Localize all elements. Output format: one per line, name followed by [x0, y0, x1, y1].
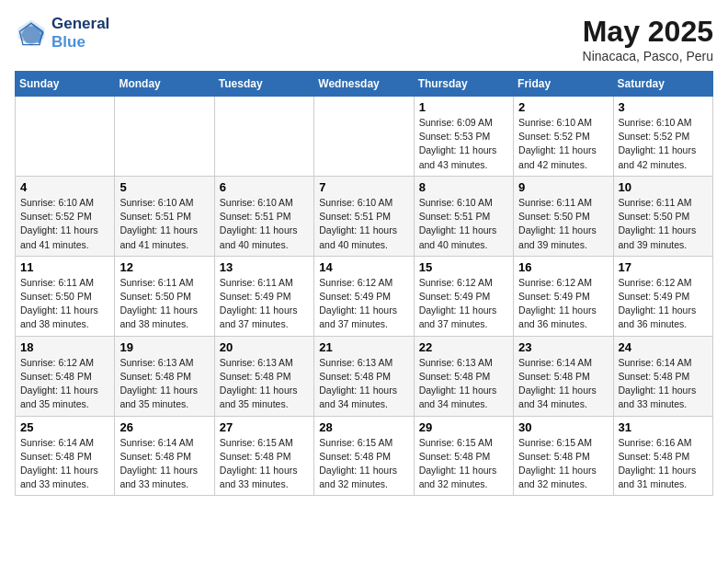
day-info: Sunrise: 6:11 AM Sunset: 5:50 PM Dayligh…	[619, 196, 708, 252]
day-number: 24	[619, 340, 708, 354]
title-area: May 2025 Ninacaca, Pasco, Peru	[583, 15, 713, 63]
day-header-thursday: Thursday	[414, 72, 513, 97]
day-info: Sunrise: 6:14 AM Sunset: 5:48 PM Dayligh…	[518, 356, 608, 412]
calendar-cell: 4Sunrise: 6:10 AM Sunset: 5:52 PM Daylig…	[16, 176, 115, 256]
calendar-cell: 13Sunrise: 6:11 AM Sunset: 5:49 PM Dayli…	[214, 256, 313, 336]
day-info: Sunrise: 6:13 AM Sunset: 5:48 PM Dayligh…	[119, 356, 209, 412]
calendar-cell: 5Sunrise: 6:10 AM Sunset: 5:51 PM Daylig…	[115, 176, 214, 256]
calendar-cell: 6Sunrise: 6:10 AM Sunset: 5:51 PM Daylig…	[214, 176, 313, 256]
day-number: 5	[119, 180, 209, 194]
calendar-cell: 25Sunrise: 6:14 AM Sunset: 5:48 PM Dayli…	[16, 416, 115, 496]
calendar-cell: 3Sunrise: 6:10 AM Sunset: 5:52 PM Daylig…	[613, 97, 712, 177]
calendar-week-row: 1Sunrise: 6:09 AM Sunset: 5:53 PM Daylig…	[16, 97, 713, 177]
page-title: May 2025	[583, 15, 713, 49]
day-info: Sunrise: 6:12 AM Sunset: 5:49 PM Dayligh…	[619, 276, 708, 332]
calendar-cell: 21Sunrise: 6:13 AM Sunset: 5:48 PM Dayli…	[314, 336, 414, 416]
day-number: 29	[419, 420, 508, 434]
day-number: 2	[518, 100, 608, 114]
day-number: 9	[518, 180, 608, 194]
day-number: 19	[119, 340, 209, 354]
calendar-cell: 16Sunrise: 6:12 AM Sunset: 5:49 PM Dayli…	[514, 256, 613, 336]
day-number: 1	[419, 100, 508, 114]
calendar-week-row: 11Sunrise: 6:11 AM Sunset: 5:50 PM Dayli…	[16, 256, 713, 336]
day-number: 27	[220, 420, 309, 434]
day-number: 31	[619, 420, 708, 434]
day-header-friday: Friday	[514, 72, 613, 97]
day-number: 11	[20, 260, 109, 274]
calendar-cell: 11Sunrise: 6:11 AM Sunset: 5:50 PM Dayli…	[16, 256, 115, 336]
day-number: 30	[518, 420, 608, 434]
day-info: Sunrise: 6:11 AM Sunset: 5:50 PM Dayligh…	[119, 276, 209, 332]
day-number: 17	[619, 260, 708, 274]
day-info: Sunrise: 6:12 AM Sunset: 5:49 PM Dayligh…	[419, 276, 508, 332]
calendar-cell: 8Sunrise: 6:10 AM Sunset: 5:51 PM Daylig…	[414, 176, 513, 256]
calendar-cell: 12Sunrise: 6:11 AM Sunset: 5:50 PM Dayli…	[115, 256, 214, 336]
day-number: 15	[419, 260, 508, 274]
calendar-cell: 17Sunrise: 6:12 AM Sunset: 5:49 PM Dayli…	[613, 256, 712, 336]
day-info: Sunrise: 6:11 AM Sunset: 5:49 PM Dayligh…	[220, 276, 309, 332]
day-info: Sunrise: 6:12 AM Sunset: 5:49 PM Dayligh…	[319, 276, 408, 332]
calendar-cell: 29Sunrise: 6:15 AM Sunset: 5:48 PM Dayli…	[414, 416, 513, 496]
day-info: Sunrise: 6:13 AM Sunset: 5:48 PM Dayligh…	[319, 356, 408, 412]
day-header-tuesday: Tuesday	[214, 72, 313, 97]
day-number: 6	[220, 180, 309, 194]
calendar-cell: 7Sunrise: 6:10 AM Sunset: 5:51 PM Daylig…	[314, 176, 414, 256]
calendar-cell: 19Sunrise: 6:13 AM Sunset: 5:48 PM Dayli…	[115, 336, 214, 416]
day-header-saturday: Saturday	[613, 72, 712, 97]
calendar-header-row: SundayMondayTuesdayWednesdayThursdayFrid…	[16, 72, 713, 97]
day-info: Sunrise: 6:13 AM Sunset: 5:48 PM Dayligh…	[220, 356, 309, 412]
calendar-cell	[115, 97, 214, 177]
day-info: Sunrise: 6:12 AM Sunset: 5:48 PM Dayligh…	[20, 356, 109, 412]
logo-text: General Blue	[51, 15, 109, 52]
day-number: 20	[220, 340, 309, 354]
calendar-cell: 22Sunrise: 6:13 AM Sunset: 5:48 PM Dayli…	[414, 336, 513, 416]
calendar-cell: 24Sunrise: 6:14 AM Sunset: 5:48 PM Dayli…	[613, 336, 712, 416]
calendar-cell: 1Sunrise: 6:09 AM Sunset: 5:53 PM Daylig…	[414, 97, 513, 177]
calendar-cell: 2Sunrise: 6:10 AM Sunset: 5:52 PM Daylig…	[514, 97, 613, 177]
page-subtitle: Ninacaca, Pasco, Peru	[583, 49, 713, 63]
day-number: 14	[319, 260, 408, 274]
day-number: 23	[518, 340, 608, 354]
calendar-cell	[214, 97, 313, 177]
day-number: 12	[119, 260, 209, 274]
calendar-cell: 28Sunrise: 6:15 AM Sunset: 5:48 PM Dayli…	[314, 416, 414, 496]
day-info: Sunrise: 6:14 AM Sunset: 5:48 PM Dayligh…	[619, 356, 708, 412]
day-number: 22	[419, 340, 508, 354]
day-info: Sunrise: 6:10 AM Sunset: 5:52 PM Dayligh…	[20, 196, 109, 252]
day-info: Sunrise: 6:10 AM Sunset: 5:52 PM Dayligh…	[518, 116, 608, 172]
calendar-cell: 26Sunrise: 6:14 AM Sunset: 5:48 PM Dayli…	[115, 416, 214, 496]
calendar-cell: 30Sunrise: 6:15 AM Sunset: 5:48 PM Dayli…	[514, 416, 613, 496]
day-number: 21	[319, 340, 408, 354]
day-info: Sunrise: 6:15 AM Sunset: 5:48 PM Dayligh…	[419, 436, 508, 492]
calendar-cell: 31Sunrise: 6:16 AM Sunset: 5:48 PM Dayli…	[613, 416, 712, 496]
day-info: Sunrise: 6:15 AM Sunset: 5:48 PM Dayligh…	[220, 436, 309, 492]
calendar-cell	[16, 97, 115, 177]
calendar-week-row: 4Sunrise: 6:10 AM Sunset: 5:52 PM Daylig…	[16, 176, 713, 256]
day-info: Sunrise: 6:14 AM Sunset: 5:48 PM Dayligh…	[20, 436, 109, 492]
day-number: 8	[419, 180, 508, 194]
day-info: Sunrise: 6:11 AM Sunset: 5:50 PM Dayligh…	[518, 196, 608, 252]
calendar-cell	[314, 97, 414, 177]
day-header-sunday: Sunday	[16, 72, 115, 97]
day-number: 7	[319, 180, 408, 194]
calendar-cell: 15Sunrise: 6:12 AM Sunset: 5:49 PM Dayli…	[414, 256, 513, 336]
calendar-table: SundayMondayTuesdayWednesdayThursdayFrid…	[15, 71, 713, 496]
day-info: Sunrise: 6:14 AM Sunset: 5:48 PM Dayligh…	[119, 436, 209, 492]
day-info: Sunrise: 6:12 AM Sunset: 5:49 PM Dayligh…	[518, 276, 608, 332]
day-number: 4	[20, 180, 109, 194]
logo: General Blue	[15, 15, 109, 52]
day-info: Sunrise: 6:10 AM Sunset: 5:51 PM Dayligh…	[319, 196, 408, 252]
day-number: 10	[619, 180, 708, 194]
day-number: 26	[119, 420, 209, 434]
day-info: Sunrise: 6:11 AM Sunset: 5:50 PM Dayligh…	[20, 276, 109, 332]
day-number: 25	[20, 420, 109, 434]
day-number: 18	[20, 340, 109, 354]
calendar-cell: 18Sunrise: 6:12 AM Sunset: 5:48 PM Dayli…	[16, 336, 115, 416]
day-info: Sunrise: 6:15 AM Sunset: 5:48 PM Dayligh…	[319, 436, 408, 492]
calendar-cell: 20Sunrise: 6:13 AM Sunset: 5:48 PM Dayli…	[214, 336, 313, 416]
day-info: Sunrise: 6:10 AM Sunset: 5:51 PM Dayligh…	[119, 196, 209, 252]
calendar-cell: 23Sunrise: 6:14 AM Sunset: 5:48 PM Dayli…	[514, 336, 613, 416]
day-info: Sunrise: 6:10 AM Sunset: 5:51 PM Dayligh…	[419, 196, 508, 252]
day-info: Sunrise: 6:16 AM Sunset: 5:48 PM Dayligh…	[619, 436, 708, 492]
day-header-wednesday: Wednesday	[314, 72, 414, 97]
